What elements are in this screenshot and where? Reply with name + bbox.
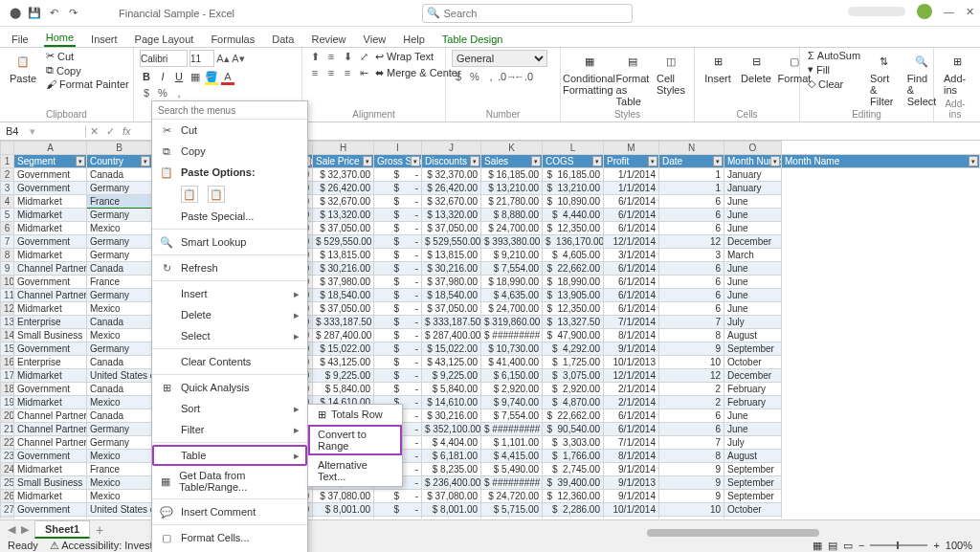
- cell[interactable]: 9: [659, 342, 724, 356]
- cell[interactable]: Germany: [87, 235, 152, 249]
- menu-format-cells[interactable]: ▢Format Cells...: [152, 527, 307, 548]
- cell[interactable]: $ 13,210.00: [481, 182, 543, 195]
- row-header[interactable]: 7: [1, 235, 14, 249]
- menu-filter[interactable]: Filter▸: [152, 419, 307, 440]
- cell[interactable]: $ -: [374, 182, 422, 195]
- cell[interactable]: 6/1/2014: [604, 276, 659, 289]
- submenu-alternative-text[interactable]: Alternative Text...: [308, 455, 402, 486]
- cell[interactable]: 2: [659, 383, 724, 396]
- filter-dropdown-icon[interactable]: ▾: [411, 156, 420, 166]
- cell[interactable]: $ 26,420.00: [313, 182, 374, 195]
- percent-style-icon[interactable]: %: [468, 70, 481, 83]
- cell[interactable]: $ 22,662.00: [543, 409, 604, 423]
- cell[interactable]: $ -: [374, 235, 422, 249]
- col-header[interactable]: L: [543, 142, 604, 155]
- align-top-icon[interactable]: ⬆: [308, 50, 322, 63]
- cell[interactable]: $ 37,980.00: [313, 276, 374, 289]
- cell[interactable]: 9/1/2014: [604, 463, 659, 476]
- user-avatar[interactable]: [917, 4, 932, 19]
- fx-icon[interactable]: fx: [119, 125, 135, 137]
- cell[interactable]: Canada: [87, 409, 152, 423]
- row-header[interactable]: 17: [1, 369, 14, 383]
- view-layout-icon[interactable]: ▤: [828, 540, 837, 552]
- cell[interactable]: 10/1/2013: [604, 356, 659, 369]
- cell[interactable]: $ 4,440.00: [543, 209, 604, 222]
- menu-sort[interactable]: Sort▸: [152, 398, 307, 419]
- cell[interactable]: Mexico: [87, 396, 152, 409]
- cell[interactable]: $ 14,610.00: [422, 396, 481, 409]
- cell[interactable]: $ 603,750.00: [313, 517, 374, 519]
- cell[interactable]: $ 15,022.00: [313, 342, 374, 356]
- cell[interactable]: $ 37,050.00: [313, 302, 374, 316]
- cell[interactable]: $ -: [374, 316, 422, 329]
- cell[interactable]: August: [724, 329, 782, 342]
- cell[interactable]: $ 393,380.00: [481, 235, 543, 249]
- cell[interactable]: $ 37,080.00: [313, 490, 374, 503]
- cell[interactable]: 2/1/2014: [604, 383, 659, 396]
- ribbon-tab-page-layout[interactable]: Page Layout: [133, 32, 196, 47]
- menu-pick-dropdown[interactable]: Pick From Drop-down List...: [152, 548, 307, 552]
- col-header[interactable]: H: [313, 142, 374, 155]
- cell[interactable]: $ 136,170.00: [543, 235, 604, 249]
- cell[interactable]: $ #########: [481, 329, 543, 342]
- cell[interactable]: $ 5,715.00: [481, 503, 543, 517]
- cell[interactable]: $ 90,540.00: [543, 423, 604, 436]
- cell[interactable]: Midmarket: [14, 209, 87, 222]
- cell[interactable]: July: [724, 316, 782, 329]
- col-header[interactable]: K: [481, 142, 543, 155]
- cell[interactable]: France: [87, 276, 152, 289]
- cell[interactable]: 10: [659, 356, 724, 369]
- italic-icon[interactable]: I: [156, 70, 169, 83]
- cell[interactable]: $ 8,235.00: [422, 463, 481, 476]
- table-column-header[interactable]: Month Number▾: [724, 155, 782, 168]
- menu-paste-special[interactable]: Paste Special...: [152, 206, 307, 227]
- cell[interactable]: Channel Partners: [14, 423, 87, 436]
- cell[interactable]: Enterprise: [14, 356, 87, 369]
- row-header[interactable]: 1: [1, 155, 14, 168]
- cell[interactable]: 6: [659, 409, 724, 423]
- format-painter-button[interactable]: 🖌Format Painter: [44, 78, 131, 90]
- fill-button[interactable]: ▾Fill: [806, 63, 862, 76]
- cell[interactable]: Mexico: [87, 450, 152, 463]
- cell[interactable]: $ 9,210.00: [481, 249, 543, 262]
- cell[interactable]: Mexico: [87, 476, 152, 490]
- cell[interactable]: 9: [659, 476, 724, 490]
- align-right-icon[interactable]: ≡: [341, 66, 354, 79]
- col-header[interactable]: B: [87, 142, 152, 155]
- filter-dropdown-icon[interactable]: ▾: [648, 156, 657, 166]
- table-column-header[interactable]: Gross Sales▾: [374, 155, 422, 168]
- cell[interactable]: December: [724, 235, 782, 249]
- cell[interactable]: $ 22,662.00: [543, 262, 604, 276]
- fx-cancel-icon[interactable]: ✕: [86, 125, 102, 138]
- font-color-icon[interactable]: A: [221, 70, 234, 83]
- cell[interactable]: $ 32,670.00: [313, 195, 374, 209]
- cell[interactable]: October: [724, 356, 782, 369]
- cell[interactable]: $ 2,920.00: [481, 383, 543, 396]
- cut-button[interactable]: ✂Cut: [44, 50, 131, 62]
- row-header[interactable]: 4: [1, 195, 14, 209]
- comma-style-icon[interactable]: ,: [484, 70, 498, 83]
- cell[interactable]: 7: [659, 316, 724, 329]
- cell[interactable]: 8/1/2014: [604, 450, 659, 463]
- cell[interactable]: $ 6,150.00: [481, 369, 543, 383]
- cell[interactable]: Germany: [87, 249, 152, 262]
- col-header[interactable]: O: [724, 142, 782, 155]
- cell[interactable]: $ 236,400.00: [422, 476, 481, 490]
- cell[interactable]: 2: [659, 396, 724, 409]
- cell[interactable]: $ #########: [481, 423, 543, 436]
- cell[interactable]: June: [724, 423, 782, 436]
- row-header[interactable]: 23: [1, 450, 14, 463]
- cell[interactable]: Small Business: [14, 476, 87, 490]
- cell[interactable]: 7/1/2014: [604, 316, 659, 329]
- table-column-header[interactable]: Country▾: [87, 155, 152, 168]
- sheet-nav-right[interactable]: ▶: [21, 523, 29, 536]
- table-column-header[interactable]: COGS▾: [543, 155, 604, 168]
- percent-icon[interactable]: %: [156, 86, 169, 99]
- row-header[interactable]: 3: [1, 182, 14, 195]
- ribbon-tab-formulas[interactable]: Formulas: [209, 32, 256, 47]
- cell[interactable]: United States of A: [87, 369, 152, 383]
- cell[interactable]: June: [724, 289, 782, 302]
- col-header[interactable]: N: [659, 142, 724, 155]
- cell[interactable]: $ -: [374, 195, 422, 209]
- align-bot-icon[interactable]: ⬇: [341, 50, 354, 63]
